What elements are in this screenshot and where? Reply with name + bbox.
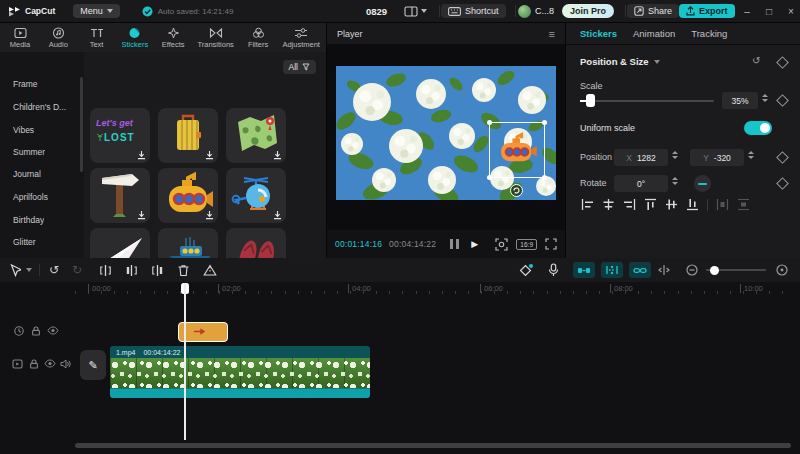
mirror-button[interactable] [203, 264, 217, 276]
minimize-button[interactable]: – [738, 6, 756, 17]
close-button[interactable]: × [782, 6, 800, 17]
download-icon[interactable] [205, 211, 214, 220]
scale-slider-handle[interactable] [586, 94, 595, 107]
resize-handle[interactable] [542, 175, 547, 180]
tab-adjustment[interactable]: Adjustment [282, 27, 320, 49]
scale-value-field[interactable]: 35% [722, 92, 758, 109]
filter-all-button[interactable]: All [283, 60, 316, 74]
redo-button[interactable]: ↻ [72, 263, 82, 277]
share-button[interactable]: Share [627, 4, 679, 18]
tab-stickers[interactable]: Stickers [121, 27, 149, 49]
tab-transitions[interactable]: Transitions [197, 27, 233, 49]
tab-stickers-settings[interactable]: Stickers [580, 28, 617, 39]
playhead-line[interactable] [184, 283, 186, 440]
tab-filters[interactable]: Filters [244, 27, 272, 49]
timeline-zoom-slider[interactable] [706, 269, 766, 271]
rotate-knob[interactable] [694, 175, 711, 192]
sticker-paper-plane[interactable] [90, 228, 150, 258]
category-vibes[interactable]: Vibes [13, 125, 34, 135]
align-right-button[interactable] [620, 197, 639, 212]
menu-button[interactable]: Menu [73, 4, 120, 18]
align-bottom-button[interactable] [683, 197, 702, 212]
mute-track-icon[interactable] [60, 359, 71, 369]
align-top-button[interactable] [641, 197, 660, 212]
shortcut-button[interactable]: Shortcut [441, 4, 506, 18]
sticker-blue-boat[interactable] [158, 228, 218, 258]
sticker-blue-helicopter[interactable] [226, 168, 286, 223]
position-x-field[interactable]: X 1282 [614, 149, 668, 166]
position-x-stepper[interactable] [672, 151, 678, 159]
player-menu-icon[interactable]: ≡ [549, 28, 555, 40]
category-aprilfools[interactable]: Aprilfools [13, 192, 48, 202]
split-button[interactable] [99, 264, 112, 277]
edit-cover-button[interactable]: ✎ [80, 350, 106, 380]
zoom-slider-handle[interactable] [710, 266, 719, 275]
category-birthday[interactable]: Birthday [13, 215, 44, 225]
layout-switch-button[interactable] [404, 6, 427, 17]
uniform-scale-toggle[interactable] [744, 121, 772, 135]
keyframe-add-button[interactable] [519, 263, 534, 277]
reset-icon[interactable]: ↺ [752, 55, 760, 66]
delete-button[interactable] [177, 264, 190, 277]
sticker-lets-get-lost[interactable]: Let's get LOST [90, 108, 150, 163]
avatar[interactable] [518, 5, 531, 18]
download-icon[interactable] [137, 151, 146, 160]
sticker-wood-signpost[interactable] [90, 168, 150, 223]
video-preview[interactable] [336, 66, 556, 200]
sticker-yellow-submarine[interactable] [158, 168, 218, 223]
position-y-stepper[interactable] [748, 151, 754, 159]
pause-icon[interactable] [450, 239, 459, 249]
category-summer[interactable]: Summer [13, 147, 45, 157]
auto-snap-toggle[interactable] [601, 262, 623, 278]
category-frame[interactable]: Frame [13, 79, 38, 89]
ratio-button[interactable]: 16:9 [516, 239, 537, 250]
keyframe-diamond-icon[interactable] [776, 151, 789, 164]
select-tool-button[interactable] [10, 264, 21, 277]
fullscreen-button[interactable] [545, 238, 557, 250]
distribute-horizontal-button[interactable] [713, 197, 732, 212]
delete-right-button[interactable] [151, 264, 164, 277]
keyframe-diamond-icon[interactable] [776, 56, 789, 69]
sidebar-scrollbar[interactable] [80, 77, 83, 172]
align-left-button[interactable] [578, 197, 597, 212]
zoom-out-icon[interactable] [686, 264, 698, 276]
fit-preview-button[interactable] [495, 238, 508, 251]
sticker-yellow-suitcase[interactable] [158, 108, 218, 163]
timeline-ruler[interactable]: 00:00 02:00 04:00 06:00 08:00 10:00 [0, 282, 800, 301]
resize-handle[interactable] [487, 175, 492, 180]
maximize-button[interactable]: □ [760, 6, 778, 17]
category-childrens-day[interactable]: Children's D... [13, 102, 66, 112]
resize-handle[interactable] [487, 120, 492, 125]
chevron-down-icon[interactable] [26, 268, 32, 272]
zoom-to-fit-icon[interactable] [776, 264, 788, 276]
section-position-size[interactable]: Position & Size [580, 56, 649, 67]
main-track-magnet-toggle[interactable] [573, 262, 595, 278]
sticker-red-flipflops[interactable] [226, 228, 286, 258]
account-label[interactable]: C...8 [535, 6, 554, 16]
scale-slider-track[interactable] [580, 100, 714, 102]
play-button[interactable]: ▶ [471, 239, 478, 249]
record-voiceover-button[interactable] [548, 263, 559, 277]
tab-text[interactable]: Text [83, 27, 111, 49]
keyframe-diamond-icon[interactable] [776, 94, 789, 107]
download-icon[interactable] [137, 211, 146, 220]
video-clip[interactable]: 1.mp4 00:04:14:22 [110, 346, 370, 398]
download-icon[interactable] [273, 151, 282, 160]
rotate-stepper[interactable] [672, 177, 678, 185]
lock-track-icon[interactable] [31, 326, 41, 336]
category-glitter[interactable]: Glitter [13, 237, 36, 247]
distribute-vertical-button[interactable] [734, 197, 753, 212]
position-y-field[interactable]: Y -320 [690, 149, 744, 166]
undo-button[interactable]: ↺ [49, 263, 59, 277]
sticker-selection-box[interactable] [489, 122, 545, 178]
sticker-green-map[interactable] [226, 108, 286, 163]
preview-axis-button[interactable] [657, 264, 671, 276]
download-icon[interactable] [273, 211, 282, 220]
delete-left-button[interactable] [125, 264, 138, 277]
hide-track-icon[interactable] [44, 359, 56, 368]
linking-toggle[interactable] [629, 262, 651, 278]
join-pro-button[interactable]: Join Pro [562, 4, 614, 18]
download-icon[interactable] [205, 151, 214, 160]
lock-track-icon[interactable] [29, 359, 39, 369]
rotate-field[interactable]: 0° [614, 175, 668, 192]
